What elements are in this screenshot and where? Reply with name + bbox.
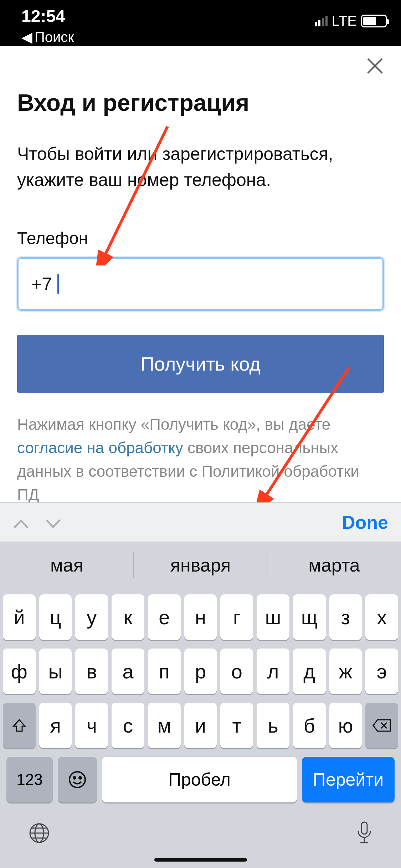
- close-icon: [366, 57, 384, 75]
- key-а[interactable]: а: [112, 649, 144, 694]
- key-т[interactable]: т: [220, 703, 253, 748]
- signal-icon: [315, 16, 328, 26]
- backspace-icon: [372, 718, 392, 733]
- key-р[interactable]: р: [184, 649, 217, 694]
- key-go[interactable]: Перейти: [302, 757, 395, 802]
- keyboard-done-button[interactable]: Done: [342, 512, 388, 533]
- key-з[interactable]: з: [329, 594, 362, 640]
- key-м[interactable]: м: [148, 703, 181, 748]
- key-щ[interactable]: щ: [293, 594, 326, 640]
- disclaimer-pre: Нажимая кнопку «Получить код», вы даете: [17, 415, 330, 433]
- status-time: 12:54: [21, 6, 74, 26]
- key-й[interactable]: й: [3, 594, 36, 640]
- battery-icon: [361, 15, 387, 27]
- back-chevron-icon: ◀: [21, 29, 32, 45]
- key-я[interactable]: я: [39, 703, 72, 748]
- key-ф[interactable]: ф: [3, 649, 36, 694]
- key-у[interactable]: у: [75, 594, 108, 640]
- key-и[interactable]: и: [184, 703, 217, 748]
- back-label: Поиск: [35, 29, 74, 45]
- keyboard-area: Done мая января марта йцукенгшщзх фывапр…: [0, 502, 401, 868]
- key-ы[interactable]: ы: [39, 649, 72, 694]
- key-е[interactable]: е: [148, 594, 181, 640]
- key-backspace[interactable]: [365, 703, 398, 748]
- key-123[interactable]: 123: [6, 757, 53, 802]
- keyboard: йцукенгшщзх фывапролджэ ячсмитьбю 123 Пр…: [0, 588, 401, 868]
- chevron-up-icon: [13, 518, 29, 529]
- status-bar: 12:54 ◀ Поиск LTE: [0, 0, 401, 46]
- login-screen: Вход и регистрация Чтобы войти или зарег…: [0, 46, 401, 507]
- key-ж[interactable]: ж: [329, 649, 362, 694]
- key-н[interactable]: н: [184, 594, 217, 640]
- instruction-text: Чтобы войти или зарегистрироваться, укаж…: [17, 141, 384, 193]
- key-ю[interactable]: ю: [329, 703, 362, 748]
- phone-value: +7: [31, 274, 52, 294]
- key-л[interactable]: л: [257, 649, 289, 694]
- globe-icon: [28, 822, 51, 844]
- key-space[interactable]: Пробел: [102, 757, 297, 802]
- key-п[interactable]: п: [148, 649, 181, 694]
- get-code-button[interactable]: Получить код: [17, 335, 384, 393]
- key-г[interactable]: г: [220, 594, 253, 640]
- key-dictation[interactable]: [355, 821, 373, 851]
- svg-point-6: [70, 772, 85, 787]
- key-к[interactable]: к: [112, 594, 144, 640]
- key-ш[interactable]: ш: [257, 594, 289, 640]
- next-field-button[interactable]: [45, 511, 61, 534]
- keyboard-suggestions: мая января марта: [0, 542, 401, 588]
- back-to-app[interactable]: ◀ Поиск: [21, 29, 74, 45]
- consent-link[interactable]: согласие на обработку: [17, 439, 183, 456]
- key-globe[interactable]: [28, 822, 51, 850]
- key-shift[interactable]: [3, 703, 36, 748]
- prev-field-button[interactable]: [13, 511, 29, 534]
- svg-rect-14: [361, 822, 367, 834]
- suggestion-3[interactable]: марта: [267, 542, 401, 588]
- key-д[interactable]: д: [293, 649, 326, 694]
- svg-point-7: [73, 777, 76, 779]
- keyboard-accessory-bar: Done: [0, 502, 401, 542]
- suggestion-1[interactable]: мая: [0, 542, 134, 588]
- phone-label: Телефон: [17, 228, 384, 248]
- key-с[interactable]: с: [112, 703, 144, 748]
- svg-point-8: [79, 777, 81, 779]
- key-о[interactable]: о: [220, 649, 253, 694]
- suggestion-2[interactable]: января: [134, 542, 267, 588]
- key-в[interactable]: в: [75, 649, 108, 694]
- key-х[interactable]: х: [365, 594, 398, 640]
- key-emoji[interactable]: [58, 757, 97, 802]
- key-б[interactable]: б: [293, 703, 326, 748]
- page-title: Вход и регистрация: [17, 89, 384, 116]
- key-ь[interactable]: ь: [257, 703, 289, 748]
- key-ц[interactable]: ц: [39, 594, 72, 640]
- network-label: LTE: [332, 13, 357, 29]
- mic-icon: [355, 821, 373, 846]
- emoji-icon: [68, 770, 87, 789]
- home-indicator[interactable]: [154, 858, 247, 862]
- phone-input[interactable]: +7: [17, 257, 384, 311]
- disclaimer-text: Нажимая кнопку «Получить код», вы даете …: [17, 413, 384, 507]
- key-ч[interactable]: ч: [75, 703, 108, 748]
- chevron-down-icon: [45, 518, 61, 529]
- shift-icon: [11, 718, 27, 733]
- text-cursor: [57, 274, 59, 294]
- key-э[interactable]: э: [365, 649, 398, 694]
- close-button[interactable]: [366, 57, 384, 78]
